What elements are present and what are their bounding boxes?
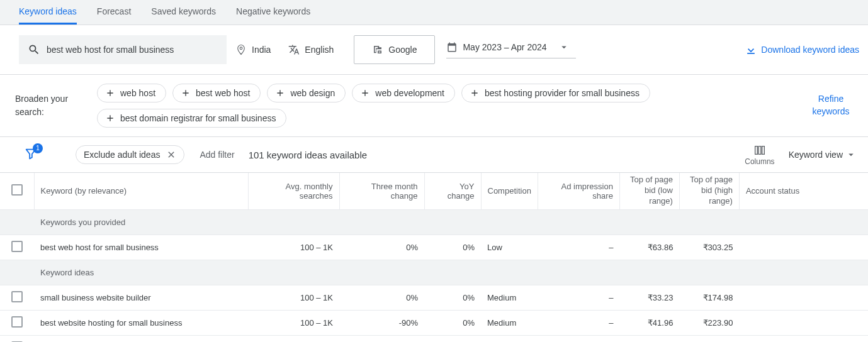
cell-impression: – (538, 335, 619, 342)
cell-bid-high: ₹174.98 (679, 285, 739, 310)
col-keyword[interactable]: Keyword (by relevance) (34, 173, 248, 209)
cell-avg: 100 – 1K (248, 234, 339, 260)
col-competition[interactable]: Competition (481, 173, 538, 209)
location-selector[interactable]: India (227, 35, 279, 64)
refine-keywords-link[interactable]: Refine keywords (803, 93, 859, 118)
network-icon (372, 44, 383, 55)
location-label: India (252, 45, 271, 55)
col-avg-searches[interactable]: Avg. monthly searches (248, 173, 339, 209)
cell-yoy: 0% (424, 234, 481, 260)
cell-impression: – (538, 234, 619, 260)
keyword-search-input[interactable] (47, 45, 218, 55)
cell-status (739, 310, 868, 335)
table-row[interactable]: best web host for small business100 – 1K… (0, 234, 868, 260)
cell-bid-low: ₹41.96 (619, 310, 679, 335)
cell-keyword: best web host for small business (34, 234, 248, 260)
date-range-selector[interactable]: May 2023 – Apr 2024 (446, 41, 575, 58)
tab-forecast[interactable]: Forecast (97, 0, 131, 25)
row-checkbox[interactable] (11, 241, 23, 252)
cell-tmc: -90% (339, 310, 424, 335)
cell-yoy: 0% (424, 310, 481, 335)
location-icon (235, 44, 247, 55)
cell-status (739, 335, 868, 342)
plus-icon (105, 88, 115, 98)
tab-negative-keywords[interactable]: Negative keywords (236, 0, 310, 25)
download-label: Download keyword ideas (761, 45, 859, 55)
cell-yoy: 0% (424, 335, 481, 342)
network-selector[interactable]: Google (354, 35, 435, 64)
filter-bar: India English Google May 2023 – Apr 2024… (0, 25, 868, 75)
tab-keyword-ideas[interactable]: Keyword ideas (19, 0, 77, 25)
add-filter-button[interactable]: Add filter (200, 150, 234, 160)
plus-icon (181, 88, 191, 98)
cell-avg: 100 – 1K (248, 310, 339, 335)
table-row[interactable]: small business website builder100 – 1K0%… (0, 285, 868, 310)
broaden-chip[interactable]: best web host (172, 84, 261, 102)
keyword-view-dropdown[interactable]: Keyword view (789, 149, 857, 160)
select-all-checkbox[interactable] (11, 184, 23, 196)
col-account-status[interactable]: Account status (739, 173, 868, 209)
col-ad-impression[interactable]: Ad impression share (538, 173, 619, 209)
table-toolbar: 1 Exclude adult ideas Add filter 101 key… (0, 137, 868, 173)
broaden-chip[interactable]: web design (267, 84, 346, 102)
calendar-icon (446, 41, 458, 53)
broaden-chip[interactable]: web development (352, 84, 455, 102)
row-checkbox[interactable] (11, 291, 23, 302)
language-icon (288, 44, 300, 55)
cell-competition: Low (481, 234, 538, 260)
table-row[interactable]: best website hosting for small business1… (0, 310, 868, 335)
chip-label: best hosting provider for small business (485, 88, 640, 98)
broaden-chip[interactable]: best domain registrar for small business (97, 109, 286, 128)
table-section-header: Keywords you provided (0, 209, 868, 234)
language-selector[interactable]: English (279, 35, 342, 64)
chip-label: web development (375, 88, 444, 98)
cell-avg: 100 – 1K (248, 335, 339, 342)
dropdown-arrow-icon (558, 41, 570, 53)
row-checkbox[interactable] (11, 316, 23, 328)
cell-keyword: small business website builder (34, 285, 248, 310)
col-bid-low[interactable]: Top of pagebid (lowrange) (619, 173, 679, 209)
broaden-chips: web hostbest web hostweb designweb devel… (97, 84, 803, 128)
close-icon[interactable] (166, 150, 176, 160)
chip-label: web host (120, 88, 155, 98)
table-row[interactable]: best domain hosting for small business10… (0, 335, 868, 342)
cell-competition: Medium (481, 310, 538, 335)
exclude-label: Exclude adult ideas (84, 150, 160, 160)
cell-bid-high: ₹303.25 (679, 234, 739, 260)
keyword-ideas-table: Keyword (by relevance) Avg. monthly sear… (0, 173, 868, 342)
cell-status (739, 285, 868, 310)
plus-icon (275, 88, 285, 98)
main-tabs: Keyword ideas Forecast Saved keywords Ne… (0, 0, 868, 25)
cell-keyword: best domain hosting for small business (34, 335, 248, 342)
filter-icon-button[interactable]: 1 (24, 147, 38, 163)
search-icon (28, 43, 40, 56)
broaden-chip[interactable]: best hosting provider for small business (461, 84, 650, 102)
dropdown-arrow-icon (845, 149, 857, 160)
chip-label: web design (290, 88, 335, 98)
col-bid-high[interactable]: Top of pagebid (highrange) (679, 173, 739, 209)
broaden-chip[interactable]: web host (97, 84, 166, 102)
cell-status (739, 234, 868, 260)
keyword-search-box[interactable] (19, 35, 227, 64)
columns-button[interactable]: Columns (745, 143, 774, 166)
cell-impression: – (538, 310, 619, 335)
date-range-label: May 2023 – Apr 2024 (463, 42, 546, 52)
section-label: Keyword ideas (34, 260, 868, 285)
cell-yoy: 0% (424, 285, 481, 310)
col-yoy[interactable]: YoY change (424, 173, 481, 209)
exclude-adult-chip[interactable]: Exclude adult ideas (76, 145, 184, 164)
col-three-month[interactable]: Three month change (339, 173, 424, 209)
view-label: Keyword view (789, 150, 843, 160)
plus-icon (105, 113, 115, 123)
tab-saved-keywords[interactable]: Saved keywords (151, 0, 216, 25)
cell-bid-low: ₹63.86 (619, 234, 679, 260)
table-section-header: Keyword ideas (0, 260, 868, 285)
download-ideas-button[interactable]: Download keyword ideas (745, 43, 859, 56)
language-label: English (305, 45, 334, 55)
cell-keyword: best website hosting for small business (34, 310, 248, 335)
cell-tmc: 0% (339, 335, 424, 342)
download-icon (745, 43, 757, 56)
cell-bid-low: ₹33.23 (619, 285, 679, 310)
broaden-search-row: Broaden yoursearch: web hostbest web hos… (0, 75, 868, 137)
cell-tmc: 0% (339, 234, 424, 260)
